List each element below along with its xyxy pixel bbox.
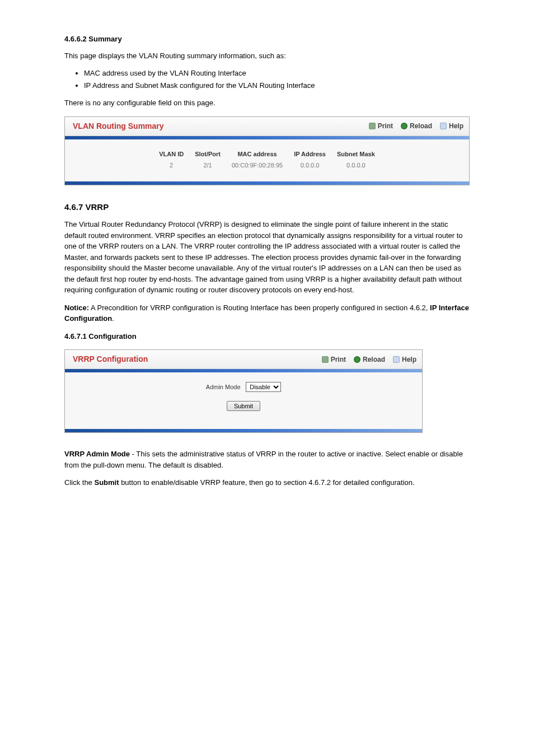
- noconfig-text: There is no any configurable field on th…: [64, 97, 470, 109]
- cell-subnet: 0.0.0.0: [331, 160, 381, 171]
- col-vlan-id: VLAN ID: [153, 148, 189, 160]
- help-button[interactable]: Help: [393, 354, 416, 365]
- print-label: Print: [378, 121, 393, 131]
- col-subnet: Subnet Mask: [331, 148, 381, 160]
- col-slot-port: Slot/Port: [189, 148, 226, 160]
- print-button[interactable]: Print: [322, 354, 346, 365]
- bullet-list: MAC address used by the VLAN Routing Int…: [84, 68, 470, 91]
- reload-button[interactable]: Reload: [354, 354, 385, 365]
- panel-actions: Print Reload Help: [322, 354, 416, 365]
- vrrp-submit-instruction: Click the Submit button to enable/disabl…: [64, 477, 470, 488]
- vrrp-configuration-screenshot: VRRP Configuration Print Reload Help Adm…: [64, 349, 423, 433]
- cell-mac: 00:C0:9F:00:28:95: [226, 160, 288, 171]
- panel-header: VLAN Routing Summary Print Reload Help: [65, 117, 469, 136]
- section-4-6-7-heading: 4.6.7 VRRP: [64, 201, 470, 214]
- list-item: MAC address used by the VLAN Routing Int…: [84, 68, 470, 79]
- section-intro: This page displays the VLAN Routing summ…: [64, 50, 470, 62]
- print-icon: [322, 356, 329, 363]
- vrrp-admin-mode-desc: VRRP Admin Mode - This sets the administ…: [64, 449, 470, 470]
- vrrp-admin-mode-lead: VRRP Admin Mode: [64, 450, 132, 458]
- section-4-6-6-2-heading: 4.6.6.2 Summary: [64, 34, 470, 45]
- inst-b: Submit: [94, 478, 119, 487]
- vrrp-description: The Virtual Router Redundancy Protocol (…: [64, 219, 470, 296]
- print-icon: [369, 123, 376, 129]
- notice-lead: Notice:: [64, 304, 89, 312]
- reload-label: Reload: [363, 354, 385, 365]
- panel-title: VLAN Routing Summary: [73, 120, 369, 132]
- print-button[interactable]: Print: [369, 121, 393, 131]
- cell-ip: 0.0.0.0: [288, 160, 331, 171]
- help-label: Help: [402, 354, 416, 365]
- cell-vlan-id: 2: [153, 160, 189, 171]
- blue-footer: [65, 429, 422, 432]
- panel-title: VRRP Configuration: [73, 353, 322, 365]
- cell-slot-port: 2/1: [189, 160, 226, 171]
- blue-footer: [65, 181, 469, 185]
- reload-icon: [354, 356, 360, 363]
- help-icon: [440, 123, 447, 129]
- notice-tail: .: [112, 314, 114, 323]
- inst-a: Click the: [64, 478, 94, 487]
- help-label: Help: [449, 121, 463, 131]
- help-button[interactable]: Help: [440, 121, 463, 131]
- reload-icon: [401, 123, 407, 129]
- inst-c: button to enable/disable VRRP feature, t…: [119, 478, 415, 487]
- vrrp-notice: Notice: A Precondition for VRRP configur…: [64, 302, 470, 324]
- print-label: Print: [331, 354, 346, 365]
- admin-mode-select[interactable]: Disable: [246, 382, 281, 392]
- panel-body: VLAN ID Slot/Port MAC address IP Address…: [65, 139, 469, 181]
- admin-mode-label: Admin Mode: [206, 384, 241, 390]
- table-header-row: VLAN ID Slot/Port MAC address IP Address…: [153, 148, 381, 160]
- col-mac: MAC address: [226, 148, 288, 160]
- panel-actions: Print Reload Help: [369, 121, 463, 131]
- section-4-6-7-1-heading: 4.6.7.1 Configuration: [64, 331, 470, 342]
- list-item: IP Address and Subnet Mask configured fo…: [84, 80, 470, 91]
- table-row: 2 2/1 00:C0:9F:00:28:95 0.0.0.0 0.0.0.0: [153, 160, 381, 171]
- vlan-routing-table: VLAN ID Slot/Port MAC address IP Address…: [153, 148, 381, 171]
- panel-body: Admin Mode Disable Submit: [65, 372, 422, 429]
- vlan-routing-summary-screenshot: VLAN Routing Summary Print Reload Help V…: [64, 116, 470, 185]
- panel-header: VRRP Configuration Print Reload Help: [65, 350, 422, 369]
- reload-button[interactable]: Reload: [401, 121, 432, 131]
- submit-button[interactable]: Submit: [227, 401, 260, 411]
- notice-body: A Precondition for VRRP configuration is…: [89, 304, 430, 312]
- col-ip: IP Address: [288, 148, 331, 160]
- reload-label: Reload: [410, 121, 432, 131]
- help-icon: [393, 356, 400, 363]
